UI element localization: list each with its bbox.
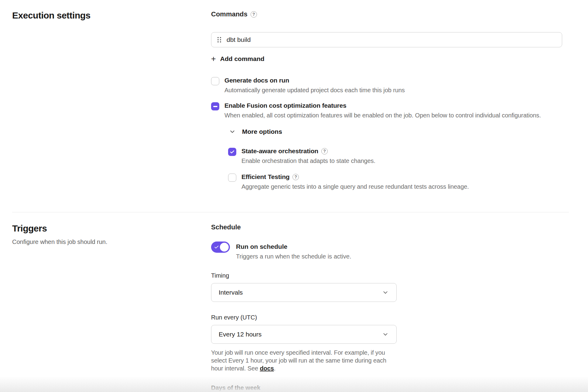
state-aware-description: Enable orchestration that adapts to stat… <box>241 157 375 164</box>
days-of-week-label: Days of the week <box>211 384 569 391</box>
state-aware-help-icon[interactable]: ? <box>321 148 328 154</box>
chevron-down-icon <box>229 129 235 135</box>
helper-text-period: . <box>274 365 275 372</box>
check-icon <box>230 149 235 154</box>
execution-checkbox-group: Generate docs on run Automatically gener… <box>211 77 569 190</box>
interval-helper-text: Your job will run once every specified i… <box>211 349 393 372</box>
command-input[interactable]: dbt build <box>211 32 562 47</box>
run-on-schedule-toggle[interactable] <box>211 242 230 253</box>
state-aware-label[interactable]: State-aware orchestration <box>241 147 318 155</box>
state-aware-checkbox-checked[interactable] <box>228 148 236 156</box>
generate-docs-row: Generate docs on run Automatically gener… <box>211 77 569 94</box>
execution-settings-content: Commands ? dbt build + Add command Gener… <box>211 10 569 190</box>
toggle-check-icon <box>214 244 219 250</box>
run-on-schedule-label[interactable]: Run on schedule <box>236 243 351 250</box>
generate-docs-checkbox[interactable] <box>211 77 219 85</box>
add-command-label: Add command <box>220 55 265 63</box>
job-settings-page: Execution settings Commands ? dbt build … <box>0 0 588 392</box>
fusion-checkbox-indeterminate[interactable] <box>211 102 219 110</box>
efficient-testing-label[interactable]: Efficient Testing <box>241 173 289 181</box>
more-options-panel: State-aware orchestration ? Enable orche… <box>228 147 569 190</box>
execution-settings-heading: Execution settings <box>12 10 211 21</box>
triggers-heading: Triggers <box>12 223 211 234</box>
plus-icon: + <box>211 56 216 62</box>
commands-header: Commands ? <box>211 10 569 18</box>
toggle-knob[interactable] <box>220 243 229 252</box>
helper-text: Your job will run once every specified i… <box>211 349 386 372</box>
triggers-content: Schedule Run on schedule Triggers a run … <box>211 223 569 392</box>
fusion-label[interactable]: Enable Fusion cost optimization features <box>224 102 347 109</box>
indeterminate-dash-icon <box>213 106 217 107</box>
command-value[interactable]: dbt build <box>227 36 251 43</box>
chevron-down-icon <box>382 289 388 296</box>
triggers-subheading: Configure when this job should run. <box>12 238 211 245</box>
execution-settings-left: Execution settings <box>12 10 211 190</box>
more-options-toggle[interactable]: More options <box>229 128 282 135</box>
docs-link[interactable]: docs <box>260 365 274 372</box>
timing-select[interactable]: Intervals <box>211 283 397 302</box>
add-command-button[interactable]: + Add command <box>211 55 265 63</box>
state-aware-row: State-aware orchestration ? Enable orche… <box>228 147 569 164</box>
timing-label: Timing <box>211 272 569 279</box>
efficient-testing-row: Efficient Testing ? Aggregate generic te… <box>228 173 569 190</box>
run-on-schedule-row: Run on schedule Triggers a run when the … <box>211 242 569 260</box>
run-every-select[interactable]: Every 12 hours <box>211 325 397 344</box>
fusion-description: When enabled, all cost optimization feat… <box>224 112 541 119</box>
efficient-testing-checkbox[interactable] <box>228 174 236 182</box>
triggers-left: Triggers Configure when this job should … <box>12 223 211 392</box>
commands-help-icon[interactable]: ? <box>251 11 257 18</box>
fusion-row: Enable Fusion cost optimization features… <box>211 102 569 119</box>
more-options-label: More options <box>242 128 282 135</box>
chevron-down-icon <box>382 331 388 337</box>
generate-docs-description: Automatically generate updated project d… <box>224 87 405 94</box>
triggers-section: Triggers Configure when this job should … <box>0 212 588 392</box>
run-on-schedule-description: Triggers a run when the schedule is acti… <box>236 253 351 260</box>
schedule-heading: Schedule <box>211 223 569 231</box>
run-every-label: Run every (UTC) <box>211 314 569 321</box>
execution-settings-section: Execution settings Commands ? dbt build … <box>0 0 588 190</box>
run-every-select-value: Every 12 hours <box>219 331 262 338</box>
generate-docs-label[interactable]: Generate docs on run <box>224 77 289 84</box>
drag-handle-icon[interactable] <box>217 37 221 42</box>
efficient-testing-help-icon[interactable]: ? <box>292 174 299 180</box>
efficient-testing-description: Aggregate generic tests into a single qu… <box>241 183 469 190</box>
commands-label: Commands <box>211 10 248 18</box>
timing-select-value: Intervals <box>219 289 243 296</box>
